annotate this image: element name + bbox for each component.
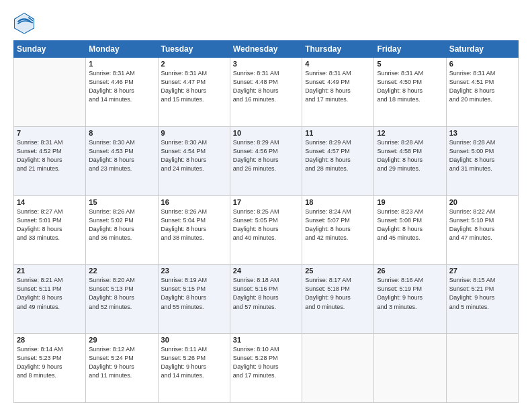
day-number: 22 xyxy=(89,267,154,275)
day-number: 20 xyxy=(449,198,515,206)
day-number: 12 xyxy=(377,129,443,137)
day-info: Sunrise: 8:15 AM Sunset: 5:21 PM Dayligh… xyxy=(449,276,515,311)
day-number: 14 xyxy=(17,198,83,206)
calendar-cell: 12Sunrise: 8:28 AM Sunset: 4:58 PM Dayli… xyxy=(374,126,446,195)
calendar-day-header: Saturday xyxy=(446,41,518,58)
calendar-week-row: 1Sunrise: 8:31 AM Sunset: 4:46 PM Daylig… xyxy=(14,58,519,127)
day-info: Sunrise: 8:10 AM Sunset: 5:28 PM Dayligh… xyxy=(233,345,299,380)
calendar-cell: 31Sunrise: 8:10 AM Sunset: 5:28 PM Dayli… xyxy=(230,334,302,403)
day-info: Sunrise: 8:31 AM Sunset: 4:50 PM Dayligh… xyxy=(377,69,443,104)
calendar: SundayMondayTuesdayWednesdayThursdayFrid… xyxy=(13,40,519,403)
day-info: Sunrise: 8:29 AM Sunset: 4:57 PM Dayligh… xyxy=(305,138,371,173)
day-number: 4 xyxy=(305,60,371,68)
day-number: 11 xyxy=(305,129,371,137)
calendar-cell: 2Sunrise: 8:31 AM Sunset: 4:47 PM Daylig… xyxy=(158,58,230,127)
page: SundayMondayTuesdayWednesdayThursdayFrid… xyxy=(0,0,532,411)
header xyxy=(13,12,519,34)
day-number: 25 xyxy=(305,267,371,275)
calendar-header-row: SundayMondayTuesdayWednesdayThursdayFrid… xyxy=(14,41,519,58)
day-number: 7 xyxy=(17,129,83,137)
day-info: Sunrise: 8:26 AM Sunset: 5:04 PM Dayligh… xyxy=(161,208,227,242)
day-number: 31 xyxy=(233,336,299,344)
day-info: Sunrise: 8:31 AM Sunset: 4:52 PM Dayligh… xyxy=(17,138,83,173)
day-number: 28 xyxy=(17,336,83,344)
day-info: Sunrise: 8:31 AM Sunset: 4:49 PM Dayligh… xyxy=(305,69,371,104)
day-info: Sunrise: 8:31 AM Sunset: 4:46 PM Dayligh… xyxy=(89,69,154,104)
calendar-cell: 23Sunrise: 8:19 AM Sunset: 5:15 PM Dayli… xyxy=(158,265,230,334)
calendar-cell: 5Sunrise: 8:31 AM Sunset: 4:50 PM Daylig… xyxy=(374,58,446,127)
day-number: 16 xyxy=(161,198,227,206)
calendar-week-row: 14Sunrise: 8:27 AM Sunset: 5:01 PM Dayli… xyxy=(14,195,519,265)
day-info: Sunrise: 8:17 AM Sunset: 5:18 PM Dayligh… xyxy=(305,276,371,311)
calendar-cell: 26Sunrise: 8:16 AM Sunset: 5:19 PM Dayli… xyxy=(374,265,446,334)
day-number: 19 xyxy=(377,198,443,206)
calendar-cell: 1Sunrise: 8:31 AM Sunset: 4:46 PM Daylig… xyxy=(86,58,158,127)
calendar-day-header: Tuesday xyxy=(158,41,230,58)
day-number: 27 xyxy=(449,267,515,275)
calendar-cell: 29Sunrise: 8:12 AM Sunset: 5:24 PM Dayli… xyxy=(86,334,158,403)
calendar-cell: 15Sunrise: 8:26 AM Sunset: 5:02 PM Dayli… xyxy=(86,195,158,265)
calendar-cell: 11Sunrise: 8:29 AM Sunset: 4:57 PM Dayli… xyxy=(302,126,374,195)
calendar-cell: 14Sunrise: 8:27 AM Sunset: 5:01 PM Dayli… xyxy=(14,195,86,265)
calendar-cell: 22Sunrise: 8:20 AM Sunset: 5:13 PM Dayli… xyxy=(86,265,158,334)
day-number: 18 xyxy=(305,198,371,206)
day-number: 13 xyxy=(449,129,515,137)
day-number: 1 xyxy=(89,60,154,68)
day-info: Sunrise: 8:20 AM Sunset: 5:13 PM Dayligh… xyxy=(89,276,154,311)
day-number: 3 xyxy=(233,60,299,68)
calendar-cell: 16Sunrise: 8:26 AM Sunset: 5:04 PM Dayli… xyxy=(158,195,230,265)
day-number: 2 xyxy=(161,60,227,68)
calendar-day-header: Sunday xyxy=(14,41,86,58)
calendar-cell: 18Sunrise: 8:24 AM Sunset: 5:07 PM Dayli… xyxy=(302,195,374,265)
day-number: 5 xyxy=(377,60,443,68)
calendar-cell xyxy=(302,334,374,403)
calendar-day-header: Wednesday xyxy=(230,41,302,58)
day-number: 29 xyxy=(89,336,154,344)
day-number: 30 xyxy=(161,336,227,344)
calendar-cell xyxy=(446,334,518,403)
calendar-week-row: 28Sunrise: 8:14 AM Sunset: 5:23 PM Dayli… xyxy=(14,334,519,403)
calendar-cell: 3Sunrise: 8:31 AM Sunset: 4:48 PM Daylig… xyxy=(230,58,302,127)
day-info: Sunrise: 8:21 AM Sunset: 5:11 PM Dayligh… xyxy=(17,276,83,311)
calendar-cell: 21Sunrise: 8:21 AM Sunset: 5:11 PM Dayli… xyxy=(14,265,86,334)
calendar-cell: 28Sunrise: 8:14 AM Sunset: 5:23 PM Dayli… xyxy=(14,334,86,403)
logo-icon xyxy=(13,12,35,34)
day-number: 10 xyxy=(233,129,299,137)
calendar-cell: 7Sunrise: 8:31 AM Sunset: 4:52 PM Daylig… xyxy=(14,126,86,195)
calendar-cell: 20Sunrise: 8:22 AM Sunset: 5:10 PM Dayli… xyxy=(446,195,518,265)
calendar-cell xyxy=(14,58,86,127)
calendar-cell: 19Sunrise: 8:23 AM Sunset: 5:08 PM Dayli… xyxy=(374,195,446,265)
day-info: Sunrise: 8:31 AM Sunset: 4:47 PM Dayligh… xyxy=(161,69,227,104)
day-info: Sunrise: 8:11 AM Sunset: 5:26 PM Dayligh… xyxy=(161,345,227,380)
day-info: Sunrise: 8:19 AM Sunset: 5:15 PM Dayligh… xyxy=(161,276,227,311)
day-info: Sunrise: 8:29 AM Sunset: 4:56 PM Dayligh… xyxy=(233,138,299,173)
calendar-cell: 24Sunrise: 8:18 AM Sunset: 5:16 PM Dayli… xyxy=(230,265,302,334)
calendar-cell: 17Sunrise: 8:25 AM Sunset: 5:05 PM Dayli… xyxy=(230,195,302,265)
day-info: Sunrise: 8:31 AM Sunset: 4:48 PM Dayligh… xyxy=(233,69,299,104)
day-info: Sunrise: 8:28 AM Sunset: 4:58 PM Dayligh… xyxy=(377,138,443,173)
day-info: Sunrise: 8:25 AM Sunset: 5:05 PM Dayligh… xyxy=(233,208,299,242)
day-number: 26 xyxy=(377,267,443,275)
day-info: Sunrise: 8:18 AM Sunset: 5:16 PM Dayligh… xyxy=(233,276,299,311)
day-info: Sunrise: 8:30 AM Sunset: 4:53 PM Dayligh… xyxy=(89,138,154,173)
day-number: 9 xyxy=(161,129,227,137)
day-number: 8 xyxy=(89,129,154,137)
calendar-cell: 27Sunrise: 8:15 AM Sunset: 5:21 PM Dayli… xyxy=(446,265,518,334)
calendar-week-row: 7Sunrise: 8:31 AM Sunset: 4:52 PM Daylig… xyxy=(14,126,519,195)
day-info: Sunrise: 8:30 AM Sunset: 4:54 PM Dayligh… xyxy=(161,138,227,173)
calendar-cell: 4Sunrise: 8:31 AM Sunset: 4:49 PM Daylig… xyxy=(302,58,374,127)
calendar-week-row: 21Sunrise: 8:21 AM Sunset: 5:11 PM Dayli… xyxy=(14,265,519,334)
calendar-cell: 25Sunrise: 8:17 AM Sunset: 5:18 PM Dayli… xyxy=(302,265,374,334)
day-number: 15 xyxy=(89,198,154,206)
calendar-cell: 13Sunrise: 8:28 AM Sunset: 5:00 PM Dayli… xyxy=(446,126,518,195)
calendar-day-header: Thursday xyxy=(302,41,374,58)
calendar-cell: 9Sunrise: 8:30 AM Sunset: 4:54 PM Daylig… xyxy=(158,126,230,195)
day-number: 23 xyxy=(161,267,227,275)
day-info: Sunrise: 8:27 AM Sunset: 5:01 PM Dayligh… xyxy=(17,208,83,242)
calendar-cell: 8Sunrise: 8:30 AM Sunset: 4:53 PM Daylig… xyxy=(86,126,158,195)
calendar-day-header: Monday xyxy=(86,41,158,58)
day-number: 17 xyxy=(233,198,299,206)
day-number: 21 xyxy=(17,267,83,275)
calendar-day-header: Friday xyxy=(374,41,446,58)
day-number: 6 xyxy=(449,60,515,68)
